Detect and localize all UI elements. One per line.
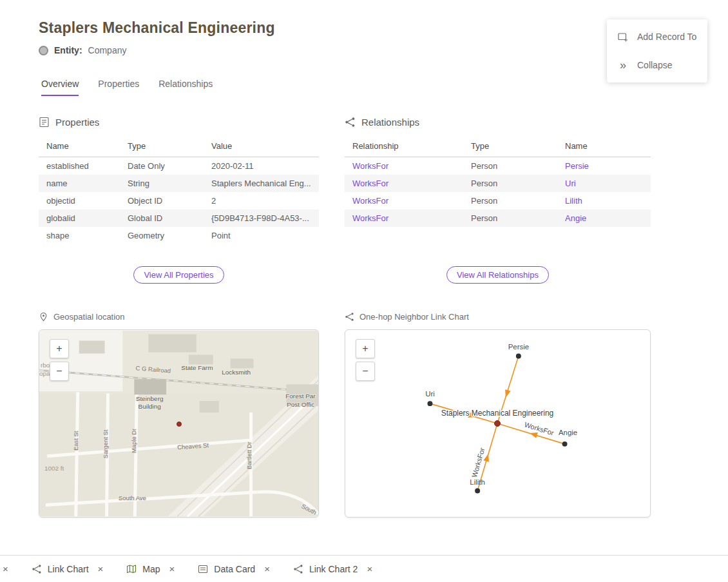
data-card-page: Staplers Mechanical Engineering Entity: … — [0, 0, 728, 582]
node-lilith[interactable] — [475, 489, 480, 494]
relationship-link[interactable]: WorksFor — [345, 175, 466, 192]
menu-item-label: Add Record To — [637, 32, 696, 42]
geospatial-section-header: Geospatial location — [39, 312, 319, 322]
entity-label: Entity: — [54, 45, 82, 55]
map-label: Sargent St — [102, 429, 110, 458]
entity-link[interactable]: Uri — [560, 175, 651, 192]
center-node-label: Staplers Mechanical Engineering — [441, 409, 554, 418]
zoom-out-button[interactable]: − — [356, 362, 375, 381]
node-persie[interactable] — [516, 353, 521, 358]
close-icon[interactable]: × — [3, 563, 8, 574]
close-icon[interactable]: × — [264, 563, 270, 574]
col-header: Type — [466, 137, 560, 157]
map-label: Maple Dr — [130, 429, 137, 453]
map-label: South Ave — [119, 494, 146, 501]
tab-data-card[interactable]: Data Card × — [198, 563, 270, 574]
relationships-icon — [345, 117, 356, 128]
tab-properties[interactable]: Properties — [98, 79, 139, 96]
link-chart-icon — [293, 564, 303, 574]
relationships-section-header: Relationships — [345, 117, 651, 128]
entity-link[interactable]: Persie — [560, 157, 651, 175]
col-header: Relationship — [345, 137, 466, 157]
map-label: Locksmith — [222, 369, 251, 376]
building — [134, 379, 166, 394]
table-row: WorksFor Person Angie — [345, 209, 651, 227]
tab-map[interactable]: Map × — [126, 563, 175, 574]
table-row: established Date Only 2020-02-11 — [39, 157, 319, 175]
chart-zoom-controls: + − — [356, 339, 375, 381]
zoom-in-button[interactable]: + — [50, 339, 69, 358]
node-center-company[interactable] — [495, 421, 501, 427]
tab-label: Link Chart — [48, 564, 89, 574]
tab-label: Link Chart 2 — [309, 564, 358, 574]
tab-link-chart-2[interactable]: Link Chart 2 × — [293, 563, 372, 574]
close-icon[interactable]: × — [98, 563, 104, 574]
map-zoom-controls: + − — [50, 339, 69, 381]
map-icon — [126, 564, 137, 574]
map-label: East St — [72, 431, 79, 451]
map-label: Post Offic — [287, 401, 314, 408]
table-header: Relationship Type Name — [345, 137, 651, 157]
geospatial-section-title: Geospatial location — [53, 312, 125, 322]
node-label: Persie — [508, 343, 529, 351]
map-canvas[interactable]: rbour opaedics C G Railroad State Farm L… — [39, 330, 318, 517]
properties-section-title: Properties — [55, 117, 99, 128]
relationship-link[interactable]: WorksFor — [345, 209, 466, 227]
map-label: Steinberg — [136, 395, 164, 402]
view-all-properties-button[interactable]: View All Properties — [133, 266, 224, 284]
table-row: WorksFor Person Persie — [345, 157, 651, 175]
relationships-section-title: Relationships — [361, 117, 419, 128]
table-row: name String Staplers Mechanical Eng... — [39, 175, 319, 192]
menu-item-collapse[interactable]: » Collapse — [607, 51, 707, 79]
link-chart-icon — [345, 312, 354, 322]
properties-table: Name Type Value established Date Only 20… — [39, 137, 319, 249]
entity-type: Company — [88, 45, 127, 55]
map-label: State Farm — [181, 364, 213, 371]
menu-item-add-record-to[interactable]: Add Record To — [607, 23, 707, 51]
close-icon[interactable]: × — [367, 563, 372, 574]
entity-link[interactable]: Lilith — [560, 192, 651, 209]
edge-label: WorksFor — [524, 420, 555, 436]
node-label: Lilith — [470, 478, 485, 486]
entity-type-swatch — [39, 46, 48, 55]
entity-link[interactable]: Angie — [560, 209, 651, 227]
map-label: Building — [139, 403, 161, 410]
col-header: Name — [560, 137, 651, 157]
map-label: Bartlett Dr — [245, 442, 253, 469]
relationship-link[interactable]: WorksFor — [345, 192, 466, 209]
add-record-icon — [617, 31, 629, 43]
link-chart-panel: + − — [345, 329, 651, 518]
node-angie[interactable] — [562, 441, 568, 447]
tab-overview[interactable]: Overview — [41, 79, 79, 96]
tab-relationships[interactable]: Relationships — [158, 79, 213, 96]
bottom-tab-bar: × Link Chart × Map × — [0, 555, 728, 582]
map-scale-label: 1002 ft — [44, 465, 64, 472]
link-chart-icon — [32, 564, 42, 574]
overview-content: Properties Name Type Value established D… — [0, 117, 728, 518]
close-icon[interactable]: × — [169, 563, 175, 574]
map-pin-icon — [39, 312, 48, 322]
table-header: Name Type Value — [39, 137, 319, 157]
tab-link-chart[interactable]: Link Chart × — [32, 563, 104, 574]
map-panel: + − — [39, 329, 319, 518]
map-label: Forest Par — [285, 393, 316, 400]
node-label: Angie — [559, 429, 577, 436]
edge-label: WorksFor — [470, 447, 486, 478]
zoom-in-button[interactable]: + — [356, 339, 375, 358]
map-marker[interactable] — [177, 422, 182, 427]
menu-item-label: Collapse — [637, 60, 672, 70]
context-menu: Add Record To » Collapse — [607, 19, 707, 82]
tab-label: Map — [142, 564, 160, 574]
link-chart-section-title: One-hop Neighbor Link Chart — [359, 312, 469, 322]
table-row: WorksFor Person Lilith — [345, 192, 651, 209]
node-uri[interactable] — [427, 401, 432, 406]
data-card-icon — [198, 564, 208, 574]
col-header: Type — [122, 137, 206, 157]
link-chart-canvas[interactable]: WorksFor WorksFor Persie Uri Angie Lilit… — [345, 330, 650, 517]
tab-label: Data Card — [214, 564, 255, 574]
relationship-link[interactable]: WorksFor — [345, 157, 466, 175]
table-row: globalid Global ID {5D9B4713-F98D-4A53-.… — [39, 209, 319, 227]
zoom-out-button[interactable]: − — [50, 362, 69, 381]
relationships-table: Relationship Type Name WorksFor Person P… — [345, 137, 651, 249]
view-all-relationships-button[interactable]: View All Relationships — [446, 266, 549, 284]
